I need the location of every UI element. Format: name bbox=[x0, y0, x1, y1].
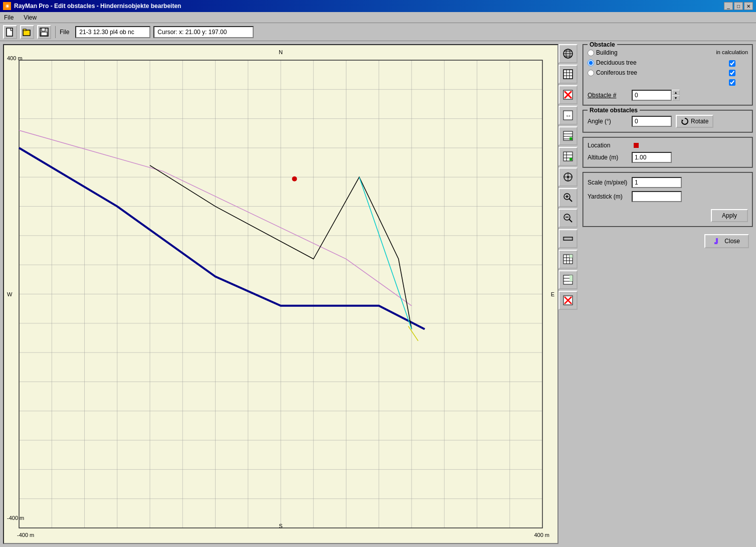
label-east: E bbox=[551, 291, 554, 297]
label-neg400-left: -400 m bbox=[17, 532, 34, 538]
maximize-button[interactable]: □ bbox=[734, 2, 743, 10]
map-canvas[interactable]: N S W E 400 m -400 m -400 m 400 m bbox=[3, 44, 558, 544]
svg-rect-56 bbox=[570, 275, 573, 278]
map-drawing-canvas[interactable] bbox=[4, 45, 557, 543]
toolbar: File 21-3 12.30 pl4 ob nc Cursor: x: 21.… bbox=[0, 23, 756, 41]
bottom-row: Close bbox=[583, 231, 753, 251]
menu-file[interactable]: File bbox=[2, 14, 16, 22]
radio-coniferous-input[interactable] bbox=[588, 70, 594, 76]
radio-coniferous[interactable]: Coniferous tree bbox=[588, 69, 712, 76]
close-button[interactable]: Close bbox=[704, 234, 749, 248]
delete-button[interactable] bbox=[558, 85, 578, 104]
crosshair-button[interactable] bbox=[558, 167, 578, 187]
checkbox-building[interactable] bbox=[729, 60, 735, 67]
window-title: RayMan Pro - Edit obstacles - Hinderniso… bbox=[14, 3, 181, 10]
globe-button[interactable] bbox=[558, 44, 578, 63]
obstacle-num-spinner[interactable]: ▲ ▼ bbox=[632, 90, 680, 101]
location-group: Location Altitude (m) bbox=[583, 137, 753, 168]
new-button[interactable] bbox=[3, 25, 17, 39]
cursor-value: x: 21.00 y: 197.00 bbox=[179, 29, 227, 36]
obstacle-num-row: Obstacle # ▲ ▼ bbox=[588, 90, 748, 101]
scale-row: Scale (m/pixel) bbox=[588, 177, 748, 188]
map-container: N S W E 400 m -400 m -400 m 400 m bbox=[3, 44, 580, 544]
scale-group: Scale (m/pixel) Yardstick (m) Apply bbox=[583, 172, 753, 227]
right-panel: Obstacle Building Deciduous tree Conifer… bbox=[583, 44, 753, 544]
location-row: Location bbox=[588, 142, 748, 149]
svg-rect-25 bbox=[570, 137, 572, 140]
minimize-button[interactable]: _ bbox=[724, 2, 733, 10]
toolbar-sep1 bbox=[55, 26, 56, 38]
radio-deciduous-label: Deciduous tree bbox=[596, 59, 637, 66]
scale-label: Scale (m/pixel) bbox=[588, 179, 628, 186]
svg-line-36 bbox=[569, 199, 572, 202]
angle-label: Angle (°) bbox=[588, 118, 628, 125]
radio-group: Building Deciduous tree Coniferous tree bbox=[588, 49, 712, 86]
radio-deciduous[interactable]: Deciduous tree bbox=[588, 59, 712, 66]
location-dot bbox=[634, 143, 639, 148]
rotate-button[interactable]: Rotate bbox=[676, 115, 713, 128]
scale-button[interactable] bbox=[558, 229, 578, 248]
rotate-group-title: Rotate obstacles bbox=[588, 107, 640, 114]
close-window-button[interactable]: ✕ bbox=[744, 2, 753, 10]
svg-rect-63 bbox=[716, 238, 718, 243]
grid2-button[interactable] bbox=[558, 126, 578, 145]
altitude-row: Altitude (m) bbox=[588, 152, 748, 163]
obstacle-group: Obstacle Building Deciduous tree Conifer… bbox=[583, 44, 753, 106]
radio-building-label: Building bbox=[596, 49, 618, 56]
in-calc-label: in calculation bbox=[716, 49, 748, 55]
location-section: Location Altitude (m) bbox=[588, 142, 748, 163]
layers-button[interactable] bbox=[558, 270, 578, 289]
radio-building[interactable]: Building bbox=[588, 49, 712, 56]
table-button[interactable] bbox=[558, 147, 578, 166]
cursor-display: Cursor: x: 21.00 y: 197.00 bbox=[153, 26, 254, 38]
radio-building-input[interactable] bbox=[588, 50, 594, 56]
title-bar: ☀ RayMan Pro - Edit obstacles - Hinderni… bbox=[0, 0, 756, 12]
altitude-input[interactable] bbox=[632, 152, 672, 163]
deletered-button[interactable] bbox=[558, 291, 578, 310]
obstacle-num-label: Obstacle # bbox=[588, 92, 628, 99]
scale-input[interactable] bbox=[632, 177, 682, 188]
grid3-button[interactable] bbox=[558, 250, 578, 269]
svg-rect-11 bbox=[563, 70, 573, 79]
spin-down-button[interactable]: ▼ bbox=[672, 95, 680, 101]
svg-point-34 bbox=[567, 176, 569, 178]
location-label: Location bbox=[588, 142, 628, 149]
menu-view[interactable]: View bbox=[22, 14, 39, 22]
svg-rect-30 bbox=[570, 158, 572, 160]
spin-up-button[interactable]: ▲ bbox=[672, 90, 680, 95]
yardstick-label: Yardstick (m) bbox=[588, 193, 628, 200]
rotate-btn-label: Rotate bbox=[691, 118, 708, 125]
obstacle-section: Building Deciduous tree Coniferous tree … bbox=[588, 49, 748, 86]
app-icon: ☀ bbox=[3, 2, 11, 10]
svg-rect-5 bbox=[41, 32, 47, 36]
svg-line-40 bbox=[569, 219, 572, 222]
grid-button[interactable] bbox=[558, 65, 578, 84]
checkbox-group: in calculation bbox=[716, 49, 748, 86]
radio-deciduous-input[interactable] bbox=[588, 60, 594, 66]
label-400-right: 400 m bbox=[534, 532, 549, 538]
file-value: 21-3 12.30 pl4 ob nc bbox=[79, 29, 134, 36]
checkbox-coniferous[interactable] bbox=[729, 79, 735, 86]
svg-rect-2 bbox=[23, 29, 26, 31]
close-btn-label: Close bbox=[724, 238, 740, 245]
zoomin-button[interactable] bbox=[558, 188, 578, 207]
save-button[interactable] bbox=[37, 25, 51, 39]
svg-rect-52 bbox=[570, 255, 573, 258]
open-button[interactable] bbox=[20, 25, 34, 39]
angle-input[interactable] bbox=[632, 116, 672, 127]
obstacle-num-input[interactable] bbox=[632, 90, 672, 101]
zoomout-button[interactable] bbox=[558, 209, 578, 228]
cursor-label: Cursor: bbox=[157, 29, 177, 36]
rotate-section: Angle (°) Rotate bbox=[588, 115, 748, 128]
scale-section: Scale (m/pixel) Yardstick (m) Apply bbox=[588, 177, 748, 222]
file-label: File bbox=[60, 29, 69, 36]
checkbox-deciduous[interactable] bbox=[729, 70, 735, 76]
menu-bar: File View bbox=[0, 12, 756, 23]
main-content: N S W E 400 m -400 m -400 m 400 m bbox=[0, 41, 756, 547]
apply-button[interactable]: Apply bbox=[711, 209, 748, 222]
yardstick-input[interactable] bbox=[632, 191, 682, 202]
rotate-group: Rotate obstacles Angle (°) Rotate bbox=[583, 110, 753, 133]
side-toolbar: ↔ bbox=[558, 44, 580, 544]
move-button[interactable]: ↔ bbox=[558, 106, 578, 125]
svg-rect-0 bbox=[7, 28, 13, 36]
